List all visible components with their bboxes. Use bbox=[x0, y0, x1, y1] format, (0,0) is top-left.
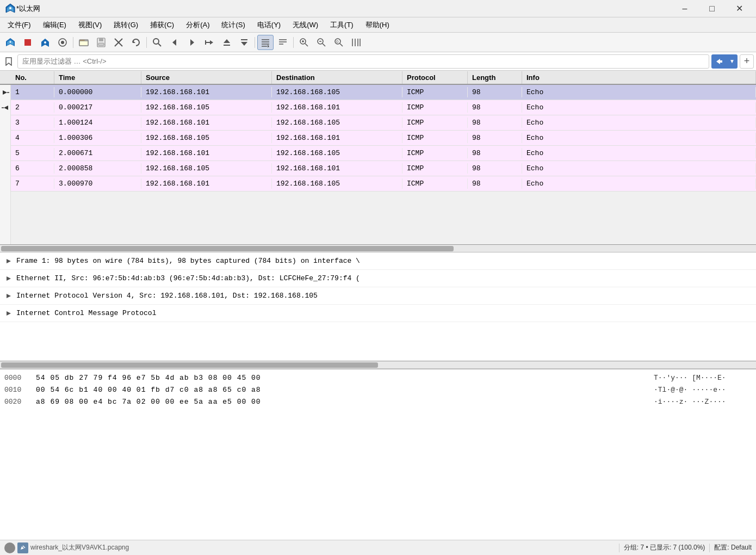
menu-telephony[interactable]: 电话(Y) bbox=[252, 18, 286, 32]
menu-analyze[interactable]: 分析(A) bbox=[181, 18, 215, 32]
toolbar-restart-btn[interactable] bbox=[37, 35, 53, 50]
packet-cell-6: Echo bbox=[522, 118, 756, 128]
packet-cell-5: 98 bbox=[468, 87, 522, 97]
toolbar-next-btn[interactable] bbox=[184, 35, 200, 50]
packet-cell-5: 98 bbox=[468, 133, 522, 143]
svg-marker-20 bbox=[133, 40, 135, 43]
packet-cell-5: 98 bbox=[468, 178, 522, 189]
hex-ascii: ·Tl·@·@· ·····e·· bbox=[654, 386, 752, 394]
expand-icon[interactable] bbox=[4, 292, 13, 300]
close-button[interactable]: ✕ bbox=[727, 0, 752, 17]
packet-cell-5: 98 bbox=[468, 148, 522, 158]
status-icon-record bbox=[4, 542, 15, 553]
filter-bookmark-icon[interactable] bbox=[2, 55, 15, 68]
menu-help[interactable]: 帮助(H) bbox=[360, 18, 395, 32]
packet-cell-4: ICMP bbox=[402, 178, 468, 189]
packet-cell-5: 98 bbox=[468, 102, 522, 113]
expand-icon[interactable] bbox=[4, 274, 13, 283]
svg-marker-24 bbox=[190, 39, 194, 46]
menu-go[interactable]: 跳转(G) bbox=[108, 18, 144, 32]
toolbar-zoom-reset-btn[interactable]: 0 bbox=[331, 35, 347, 50]
toolbar-bottom-btn[interactable] bbox=[236, 35, 252, 50]
filter-apply-button[interactable] bbox=[711, 54, 727, 69]
maximize-button[interactable]: □ bbox=[699, 0, 724, 17]
minimize-button[interactable]: – bbox=[672, 0, 697, 17]
toolbar-stop-btn[interactable] bbox=[20, 35, 36, 50]
packet-cell-0: 1 bbox=[11, 87, 54, 97]
filter-bar: ▼ + bbox=[0, 52, 756, 71]
menu-view[interactable]: 视图(V) bbox=[73, 18, 107, 32]
svg-marker-23 bbox=[172, 39, 176, 46]
arrow-cell-3 bbox=[0, 115, 10, 131]
packet-row[interactable]: 73.000970192.168.168.101192.168.168.105I… bbox=[11, 176, 756, 192]
svg-rect-6 bbox=[24, 39, 31, 46]
toolbar-autoscroll-btn[interactable] bbox=[257, 35, 274, 50]
svg-line-48 bbox=[340, 44, 343, 46]
svg-marker-61 bbox=[7, 276, 11, 281]
svg-marker-26 bbox=[210, 40, 213, 45]
toolbar-top-btn[interactable] bbox=[219, 35, 235, 50]
toolbar-options-btn[interactable] bbox=[54, 35, 71, 50]
toolbar-close-btn[interactable] bbox=[110, 35, 127, 50]
packet-cell-6: Echo bbox=[522, 178, 756, 189]
toolbar-save-btn[interactable] bbox=[93, 35, 109, 50]
toolbar-resize-btn[interactable] bbox=[348, 35, 364, 50]
packet-row[interactable]: 62.000858192.168.168.105192.168.168.101I… bbox=[11, 161, 756, 176]
packet-cell-4: ICMP bbox=[402, 102, 468, 113]
packet-cell-3: 192.168.168.105 bbox=[272, 118, 402, 128]
hex-bytes: 54 05 db 27 79 f4 96 e7 5b 4d ab b3 08 0… bbox=[36, 374, 649, 382]
packet-row[interactable]: 52.000671192.168.168.101192.168.168.105I… bbox=[11, 146, 756, 161]
hex-dump-area: 000054 05 db 27 79 f4 96 e7 5b 4d ab b3 … bbox=[0, 369, 756, 540]
detail-hscroll-thumb[interactable] bbox=[1, 362, 378, 368]
filter-add-button[interactable]: + bbox=[740, 54, 754, 69]
toolbar-go-btn[interactable] bbox=[201, 35, 218, 50]
menu-wireless[interactable]: 无线(W) bbox=[287, 18, 324, 32]
hscroll-thumb[interactable] bbox=[1, 246, 454, 251]
filter-dropdown-button[interactable]: ▼ bbox=[727, 54, 738, 69]
packet-row[interactable]: 31.000124192.168.168.101192.168.168.105I… bbox=[11, 115, 756, 131]
menu-capture[interactable]: 捕获(C) bbox=[145, 18, 179, 32]
window-controls: – □ ✕ bbox=[672, 0, 752, 17]
svg-line-65 bbox=[23, 546, 25, 548]
packet-list-hscroll[interactable] bbox=[0, 245, 756, 252]
menu-tools[interactable]: 工具(T) bbox=[325, 18, 359, 32]
detail-row[interactable]: Internet Protocol Version 4, Src: 192.16… bbox=[0, 287, 756, 305]
toolbar-zoom-in-btn[interactable] bbox=[296, 35, 312, 50]
arrow-sidebar bbox=[0, 85, 11, 244]
packet-cell-4: ICMP bbox=[402, 148, 468, 158]
toolbar-shark-btn[interactable] bbox=[2, 35, 18, 50]
packet-cell-6: Echo bbox=[522, 133, 756, 143]
packet-row[interactable]: 41.000306192.168.168.105192.168.168.101I… bbox=[11, 131, 756, 146]
packet-row[interactable]: 10.000000192.168.168.101192.168.168.105I… bbox=[11, 85, 756, 100]
detail-hscroll[interactable] bbox=[0, 361, 756, 369]
filter-input[interactable] bbox=[17, 54, 709, 69]
svg-marker-28 bbox=[224, 39, 230, 43]
toolbar-wrap-btn[interactable] bbox=[275, 35, 291, 50]
packet-cell-0: 7 bbox=[11, 178, 54, 189]
expand-icon[interactable] bbox=[4, 257, 13, 266]
svg-line-41 bbox=[305, 44, 308, 46]
menu-statistics[interactable]: 统计(S) bbox=[216, 18, 250, 32]
hex-offset: 0000 bbox=[4, 374, 32, 382]
menu-edit[interactable]: 编辑(E) bbox=[38, 18, 72, 32]
toolbar-zoom-out-btn[interactable] bbox=[313, 35, 330, 50]
svg-marker-54 bbox=[6, 58, 11, 65]
packet-row[interactable]: 20.000217192.168.168.105192.168.168.101I… bbox=[11, 100, 756, 115]
detail-row[interactable]: Internet Control Message Protocol bbox=[0, 305, 756, 322]
toolbar-find-btn[interactable] bbox=[149, 35, 165, 50]
expand-icon[interactable] bbox=[4, 309, 13, 318]
detail-row[interactable]: Frame 1: 98 bytes on wire (784 bits), 98… bbox=[0, 252, 756, 270]
detail-row[interactable]: Ethernet II, Src: 96:e7:5b:4d:ab:b3 (96:… bbox=[0, 270, 756, 287]
packet-cell-2: 192.168.168.101 bbox=[141, 148, 272, 158]
packet-cell-2: 192.168.168.101 bbox=[141, 178, 272, 189]
menu-file[interactable]: 文件(F) bbox=[2, 18, 36, 32]
packet-cell-5: 98 bbox=[468, 163, 522, 174]
status-stats: 分组: 7 • 已显示: 7 (100.0%) bbox=[624, 543, 705, 552]
toolbar-prev-btn[interactable] bbox=[166, 35, 183, 50]
toolbar-open-btn[interactable] bbox=[76, 35, 92, 50]
toolbar-reload-btn[interactable] bbox=[128, 35, 144, 50]
app-icon bbox=[4, 3, 16, 15]
packet-cell-0: 3 bbox=[11, 118, 54, 128]
hex-offset: 0020 bbox=[4, 398, 32, 406]
packet-cell-2: 192.168.168.101 bbox=[141, 87, 272, 97]
